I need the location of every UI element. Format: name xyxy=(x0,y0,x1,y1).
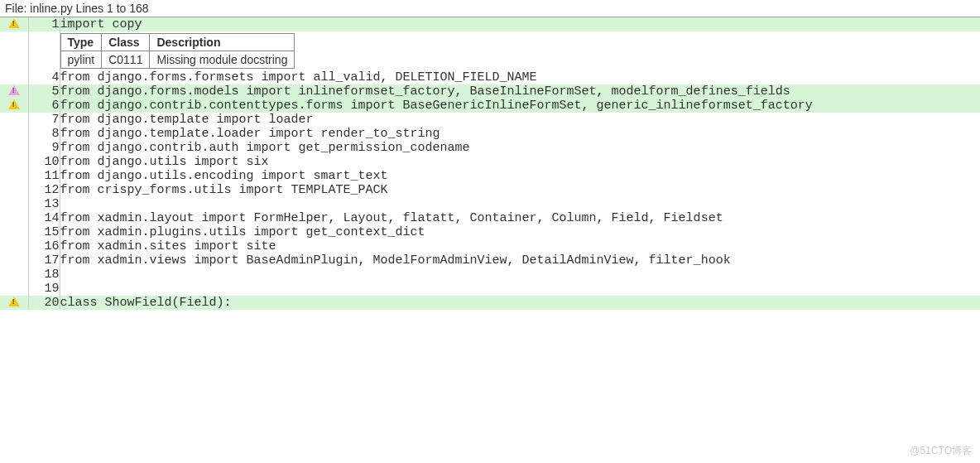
code-text[interactable] xyxy=(60,268,980,282)
code-line: 12 from crispy_forms.utils import TEMPLA… xyxy=(0,183,980,197)
code-line: 16 from xadmin.sites import site xyxy=(0,239,980,253)
line-number: 4 xyxy=(28,70,60,84)
line-number: 7 xyxy=(28,113,60,127)
code-text[interactable]: from django.utils import six xyxy=(60,155,980,169)
lint-table: Type Class Description pylint C0111 Miss… xyxy=(60,33,295,69)
warning-icon[interactable] xyxy=(8,99,20,109)
code-line: 18 xyxy=(0,268,980,282)
code-line: 13 xyxy=(0,197,980,211)
line-number: 14 xyxy=(28,211,60,225)
code-line: 15 from xadmin.plugins.utils import get_… xyxy=(0,225,980,239)
code-text[interactable]: from django.forms.formsets import all_va… xyxy=(60,70,980,84)
code-text[interactable]: from django.template.loader import rende… xyxy=(60,127,980,141)
line-number: 10 xyxy=(28,155,60,169)
gutter-cell[interactable] xyxy=(0,296,28,310)
warning-icon[interactable] xyxy=(8,18,20,28)
code-line: 5 from django.forms.models import inline… xyxy=(0,84,980,99)
code-line: 9 from django.contrib.auth import get_pe… xyxy=(0,141,980,155)
code-text[interactable]: from django.contrib.contenttypes.forms i… xyxy=(60,99,980,113)
code-line: 6 from django.contrib.contenttypes.forms… xyxy=(0,99,980,113)
code-text[interactable]: import copy xyxy=(60,17,980,31)
code-text[interactable]: from django.template import loader xyxy=(60,113,980,127)
line-number: 12 xyxy=(28,183,60,197)
line-number: 11 xyxy=(28,169,60,183)
lint-th-desc: Description xyxy=(150,34,295,51)
code-line: 14 from xadmin.layout import FormHelper,… xyxy=(0,211,980,225)
line-number: 19 xyxy=(28,282,60,296)
code-line: 8 from django.template.loader import ren… xyxy=(0,127,980,141)
code-text[interactable]: from django.utils.encoding import smart_… xyxy=(60,169,980,183)
lint-th-type: Type xyxy=(60,34,102,51)
line-number: 6 xyxy=(28,99,60,113)
code-table: 1 import copy Type Class Description pyl… xyxy=(0,17,980,310)
line-number: 5 xyxy=(28,84,60,99)
gutter-cell[interactable] xyxy=(0,99,28,113)
lint-type: pylint xyxy=(60,51,102,69)
line-number: 8 xyxy=(28,127,60,141)
lint-row: Type Class Description pylint C0111 Miss… xyxy=(0,31,980,70)
line-number: 20 xyxy=(28,296,60,310)
code-text[interactable]: from crispy_forms.utils import TEMPLATE_… xyxy=(60,183,980,197)
warning-icon[interactable] xyxy=(8,85,20,95)
line-number: 1 xyxy=(28,17,60,31)
code-text[interactable]: from xadmin.layout import FormHelper, La… xyxy=(60,211,980,225)
file-header: File: inline.py Lines 1 to 168 xyxy=(0,0,980,17)
line-number: 16 xyxy=(28,239,60,253)
code-text[interactable]: from django.contrib.auth import get_perm… xyxy=(60,141,980,155)
code-text[interactable]: class ShowField(Field): xyxy=(60,296,980,310)
line-number: 9 xyxy=(28,141,60,155)
code-line: 17 from xadmin.views import BaseAdminPlu… xyxy=(0,253,980,268)
code-line: 19 xyxy=(0,282,980,296)
line-number: 13 xyxy=(28,197,60,211)
lint-class: C0111 xyxy=(102,51,150,69)
line-number: 15 xyxy=(28,225,60,239)
code-text[interactable] xyxy=(60,282,980,296)
code-line: 20 class ShowField(Field): xyxy=(0,296,980,310)
code-line: 11 from django.utils.encoding import sma… xyxy=(0,169,980,183)
gutter-cell[interactable] xyxy=(0,84,28,99)
warning-icon[interactable] xyxy=(8,297,20,306)
code-text[interactable]: from django.forms.models import inlinefo… xyxy=(60,84,980,99)
line-number: 17 xyxy=(28,253,60,268)
lint-desc: Missing module docstring xyxy=(150,51,295,69)
code-line: 7 from django.template import loader xyxy=(0,113,980,127)
code-text[interactable]: from xadmin.sites import site xyxy=(60,239,980,253)
gutter-cell[interactable] xyxy=(0,17,28,31)
code-text[interactable] xyxy=(60,197,980,211)
line-number: 18 xyxy=(28,268,60,282)
code-line: 1 import copy xyxy=(0,17,980,31)
code-text[interactable]: from xadmin.views import BaseAdminPlugin… xyxy=(60,253,980,268)
code-text[interactable]: from xadmin.plugins.utils import get_con… xyxy=(60,225,980,239)
code-line: 4 from django.forms.formsets import all_… xyxy=(0,70,980,84)
code-line: 10 from django.utils import six xyxy=(0,155,980,169)
lint-th-class: Class xyxy=(102,34,150,51)
